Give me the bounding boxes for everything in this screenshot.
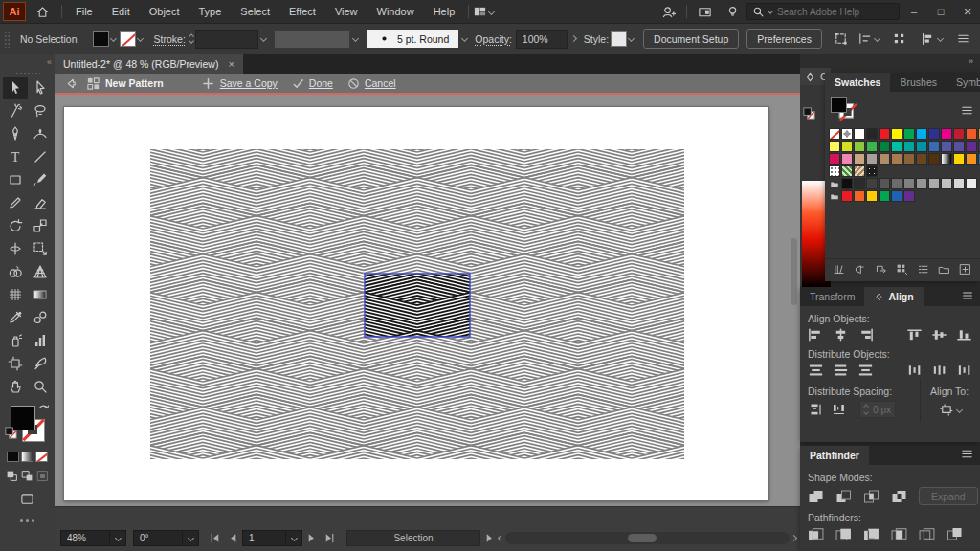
align-h-center-icon[interactable] — [833, 328, 849, 342]
zoom-dropdown-icon[interactable] — [110, 530, 126, 546]
home-icon[interactable] — [35, 5, 50, 19]
magic-wand-tool[interactable] — [3, 99, 28, 122]
swatch-color[interactable] — [866, 178, 878, 189]
swatch-color[interactable] — [841, 190, 853, 202]
trim-icon[interactable] — [835, 527, 852, 540]
menu-file[interactable]: File — [66, 6, 102, 17]
cancel-link[interactable]: Cancel — [365, 77, 396, 89]
draw-inside-icon[interactable] — [36, 470, 49, 482]
slice-tool[interactable] — [28, 352, 53, 375]
pencil-tool[interactable] — [3, 191, 28, 214]
swatches-menu-icon[interactable] — [960, 103, 974, 118]
swatch-color[interactable] — [879, 141, 890, 152]
color-group-folder-icon[interactable] — [829, 178, 840, 189]
swatch-color[interactable] — [953, 178, 965, 189]
add-library-icon[interactable] — [875, 263, 887, 276]
transform-tab[interactable]: Transform — [800, 287, 864, 306]
swatch-color[interactable] — [891, 190, 902, 202]
swatch-pattern[interactable] — [866, 165, 878, 177]
artboard[interactable] — [64, 107, 768, 500]
crop-icon[interactable] — [891, 527, 907, 540]
menu-type[interactable]: Type — [189, 6, 232, 17]
artboard-dropdown-icon[interactable] — [286, 530, 302, 546]
intersect-icon[interactable] — [863, 490, 880, 503]
align-right-icon[interactable] — [858, 328, 874, 342]
menu-window[interactable]: Window — [368, 6, 424, 17]
variable-width-profile[interactable] — [274, 30, 350, 49]
artboard-tool[interactable] — [3, 352, 28, 375]
arrange-documents-icon[interactable] — [698, 5, 712, 19]
vertical-scrollbar[interactable] — [789, 95, 799, 507]
collapse-panel-arrows[interactable]: « — [0, 54, 55, 69]
direct-selection-tool[interactable] — [28, 77, 53, 99]
align-top-icon[interactable] — [906, 328, 923, 342]
swatch-registration[interactable] — [841, 128, 853, 140]
edit-toolbar-ellipsis[interactable] — [0, 519, 55, 522]
zoom-tool[interactable] — [28, 375, 53, 398]
swatch-color[interactable] — [928, 153, 940, 165]
dist-h-center-icon[interactable] — [931, 364, 947, 377]
draw-behind-icon[interactable] — [21, 470, 33, 482]
outline-icon[interactable] — [919, 527, 935, 540]
style-swatch[interactable] — [611, 31, 627, 47]
fill-swatch[interactable] — [93, 31, 109, 47]
menu-help[interactable]: Help — [424, 6, 465, 17]
swatch-color[interactable] — [966, 141, 977, 152]
selection-tool[interactable] — [3, 77, 28, 99]
swatch-color[interactable] — [841, 153, 853, 165]
status-menu-icon[interactable] — [482, 531, 497, 545]
prev-artboard-icon[interactable] — [226, 531, 240, 545]
shape-builder-tool[interactable] — [3, 260, 28, 283]
fill-color-dropdown[interactable] — [93, 31, 116, 47]
swatch-color[interactable] — [866, 128, 878, 140]
artboard-number[interactable]: 1 — [242, 530, 286, 546]
menu-effect[interactable]: Effect — [279, 6, 325, 17]
swatch-color[interactable] — [966, 128, 977, 140]
swatch-color[interactable] — [941, 128, 952, 140]
scroll-left-icon[interactable] — [498, 535, 504, 541]
lasso-tool[interactable] — [28, 99, 53, 122]
draw-normal-icon[interactable] — [6, 470, 18, 482]
align-left-icon[interactable] — [808, 328, 824, 342]
swatch-color[interactable] — [879, 178, 890, 189]
drag-grip[interactable] — [4, 31, 11, 48]
menu-object[interactable]: Object — [140, 6, 189, 17]
dist-top-icon[interactable] — [808, 364, 824, 377]
close-button[interactable]: ✕ — [955, 3, 980, 20]
swatch-color[interactable] — [841, 178, 853, 189]
swatch-color[interactable] — [941, 178, 952, 189]
stroke-weight-stepper[interactable] — [189, 34, 193, 43]
brush-definition[interactable]: 5 pt. Round — [368, 30, 458, 48]
swatch-color[interactable] — [903, 128, 915, 140]
first-artboard-icon[interactable] — [208, 531, 222, 545]
new-group-icon[interactable] — [938, 263, 950, 276]
swatch-color[interactable] — [953, 141, 965, 152]
exclude-icon[interactable] — [891, 490, 907, 503]
save-a-copy-link[interactable]: Save a Copy — [220, 77, 278, 89]
stroke-color-dropdown[interactable] — [120, 31, 143, 47]
perspective-grid-tool[interactable] — [28, 260, 53, 283]
arrange-icon[interactable] — [920, 32, 943, 46]
swatch-color[interactable] — [879, 190, 890, 202]
canvas-area[interactable]: 48% 0° 1 Selection — [55, 95, 800, 551]
align-v-center-icon[interactable] — [931, 328, 947, 342]
graphic-style-dropdown[interactable] — [611, 31, 634, 47]
brushes-tab[interactable]: Brushes — [890, 73, 947, 92]
pen-tool[interactable] — [3, 122, 28, 145]
scroll-right-icon[interactable] — [791, 535, 797, 541]
back-arrow-icon[interactable] — [64, 77, 78, 91]
swatch-color[interactable] — [916, 178, 927, 189]
merge-icon[interactable] — [863, 527, 880, 540]
swatch-color[interactable] — [891, 128, 902, 140]
color-button[interactable] — [7, 452, 19, 462]
swatch-color[interactable] — [903, 190, 915, 202]
type-tool[interactable]: T — [3, 145, 28, 168]
swatch-color[interactable] — [879, 128, 890, 140]
line-segment-tool[interactable] — [28, 145, 53, 168]
space-h-icon[interactable] — [831, 403, 847, 416]
next-artboard-icon[interactable] — [304, 531, 319, 545]
swatch-color[interactable] — [841, 141, 853, 152]
stroke-weight-field[interactable] — [195, 30, 258, 49]
swatch-pattern[interactable] — [829, 165, 840, 177]
space-v-icon[interactable] — [808, 403, 824, 416]
